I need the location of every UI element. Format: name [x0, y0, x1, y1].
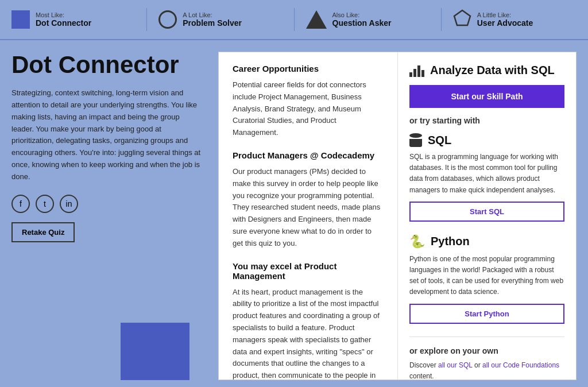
top-bar-also-like: Also Like: Question Asker: [306, 8, 442, 31]
python-icon: 🐍: [409, 234, 425, 249]
left-panel: Dot Connector Strategizing, context swit…: [11, 52, 207, 380]
top-bar: Most Like: Dot Connector A Lot Like: Pro…: [0, 0, 588, 40]
explore-discover-text: Discover: [409, 361, 438, 369]
most-like-label: Most Like:: [36, 11, 91, 18]
a-lot-like-label: A Lot Like:: [183, 11, 242, 18]
top-bar-most-like: Most Like: Dot Connector: [11, 8, 147, 31]
career-text: Potential career fields for dot connecto…: [233, 79, 384, 139]
sql-icon: [409, 133, 422, 147]
a-little-like-name: User Advocate: [477, 18, 533, 28]
a-little-like-label: A Little Like:: [477, 11, 533, 18]
skill-path-title: Analyze Data with SQL: [430, 64, 555, 77]
product-managers-heading: Product Managers @ Codecademy: [233, 150, 384, 160]
explore-suffix-text: content.: [409, 372, 434, 380]
triangle-icon: [306, 10, 327, 29]
explore-heading: or explore on your own: [409, 346, 564, 355]
middle-column: Career Opportunities Potential career fi…: [219, 52, 398, 380]
python-header: 🐍 Python: [409, 234, 564, 249]
top-bar-a-lot-like: A Lot Like: Problem Solver: [158, 8, 294, 31]
bar-chart-icon: [409, 64, 424, 77]
circle-icon: [158, 10, 177, 29]
career-heading: Career Opportunities: [233, 64, 384, 73]
also-like-label: Also Like:: [332, 11, 392, 18]
start-sql-button[interactable]: Start SQL: [409, 202, 564, 222]
or-try-text: or try starting with: [409, 116, 564, 125]
right-column: Analyze Data with SQL Start our Skill Pa…: [398, 52, 576, 380]
python-title: Python: [431, 235, 470, 248]
start-python-button[interactable]: Start Python: [409, 304, 564, 324]
explore-text: Discover all our SQL or all our Code Fou…: [409, 360, 564, 380]
excel-heading: You may excel at Product Management: [233, 261, 384, 281]
excel-text: At its heart, product management is the …: [233, 287, 384, 380]
python-description: Python is one of the most popular progra…: [409, 254, 564, 298]
blue-square-decoration: [121, 323, 189, 380]
product-managers-text: Our product managers (PMs) decided to ma…: [233, 166, 384, 250]
sql-header: SQL: [409, 133, 564, 147]
sql-description: SQL is a programming language for workin…: [409, 152, 564, 196]
all-code-foundations-link[interactable]: all our Code Foundations: [482, 361, 559, 369]
python-section: 🐍 Python Python is one of the most popul…: [409, 234, 564, 327]
retake-quiz-button[interactable]: Retake Quiz: [11, 222, 75, 242]
explore-section: or explore on your own Discover all our …: [409, 336, 564, 380]
also-like-name: Question Asker: [332, 18, 392, 28]
skill-path-header: Analyze Data with SQL: [409, 64, 564, 77]
twitter-icon[interactable]: t: [36, 195, 54, 213]
sql-title: SQL: [428, 134, 451, 147]
square-icon: [11, 10, 30, 29]
svg-marker-0: [454, 10, 470, 25]
a-lot-like-name: Problem Solver: [183, 18, 242, 28]
sql-section: SQL SQL is a programming language for wo…: [409, 133, 564, 225]
all-sql-link[interactable]: all our SQL: [438, 361, 473, 369]
facebook-icon[interactable]: f: [11, 195, 30, 213]
page-title: Dot Connector: [11, 52, 201, 78]
social-icons: f t in: [11, 195, 201, 213]
linkedin-icon[interactable]: in: [60, 195, 78, 213]
right-panel: Career Opportunities Potential career fi…: [218, 52, 577, 380]
most-like-name: Dot Connector: [36, 18, 91, 28]
main-content: Dot Connector Strategizing, context swit…: [0, 40, 588, 387]
pentagon-icon: [453, 9, 471, 30]
top-bar-a-little-like: A Little Like: User Advocate: [453, 7, 577, 32]
explore-or-text: or: [474, 361, 482, 369]
start-skill-path-button[interactable]: Start our Skill Path: [409, 85, 564, 108]
page-description: Strategizing, context switching, long-te…: [11, 87, 201, 183]
